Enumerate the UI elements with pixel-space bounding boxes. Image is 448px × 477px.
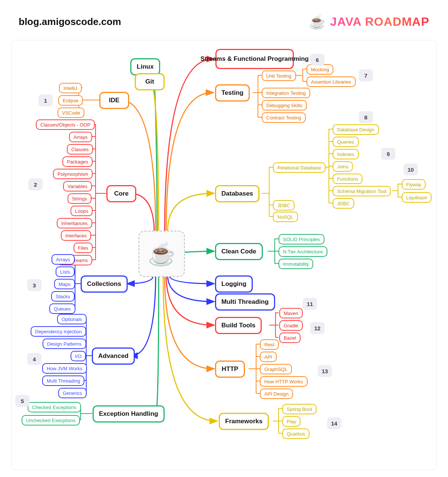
rel-opt-4: Functions [333,174,363,184]
core-opt-1: Arrays [69,132,92,142]
test-opt-0: Unit Testing [262,71,296,81]
test-opt-2: Debugging Skills [262,100,307,110]
core-opt-4: Polymorphism [53,169,93,179]
db-opt-1: JDBC [273,200,295,211]
core-opt-8: Inheritances [57,218,92,228]
header: blog.amigoscode.com ☕ JAVA ROADMAP [0,0,448,32]
adv-opt-4: How JVM Works [42,363,87,374]
db-opt-0: Relational Database [273,162,326,173]
rel-opt-0: Database Design [333,124,379,135]
coll-opt-0: Arrays [52,254,75,265]
node-fw: Frameworks [219,413,269,430]
node-logging: Logging [215,275,253,293]
badge-5: 5 [15,395,29,407]
node-clean: Clean Code [215,243,263,260]
center-java-icon: ☕ [139,231,185,277]
adv-opt-6: Generics [58,388,87,398]
coll-opt-4: Queues [49,303,75,314]
core-opt-6: Strings [68,193,91,204]
badge-8: 8 [359,111,373,123]
core-opt-10: Files [74,243,93,253]
badge-12: 12 [310,322,324,334]
node-testing: Testing [215,84,250,102]
coll-opt-1: Lists [56,266,75,277]
node-streams: Streams & Functional Programming [215,49,294,69]
badge-9: 9 [381,148,395,160]
fw-opt-0: Spring Boot [282,404,317,414]
node-http: HTTP [215,361,245,378]
unit-sub-0: Mocking [307,64,333,75]
node-advanced: Advanced [92,347,135,365]
db-opt-2: NoSQL [273,212,298,222]
coll-opt-2: Maps [54,279,75,289]
badge-7: 7 [359,69,373,81]
title-wrap: ☕ JAVA ROADMAP [309,15,429,29]
adv-opt-2: Design Patterns [43,339,86,349]
node-build: Build Tools [215,317,262,334]
ide-opt-2: VSCode [57,107,84,118]
blog-url: blog.amigoscode.com [19,16,121,28]
build-opt-0: Maven [279,308,303,318]
rel-opt-5: Schema Migration Tool [333,186,391,196]
http-opt-4: API Design [260,389,293,399]
ide-opt-1: Eclipse [58,95,83,106]
node-git: Git [135,73,165,90]
node-exh: Exception Handling [93,405,165,423]
badge-4: 4 [27,353,41,365]
rel-opt-3: Joins [333,161,353,172]
badge-11: 11 [303,298,317,310]
badge-2: 2 [28,178,43,190]
core-opt-5: Variables [63,181,92,191]
java-icon: ☕ [309,15,326,29]
page-title: JAVA ROADMAP [330,15,429,29]
fw-opt-1: Play [282,416,301,427]
coll-opt-3: Stacks [51,291,75,302]
test-opt-3: Contract Testing [262,112,306,123]
badge-6: 6 [310,54,324,66]
node-ide: IDE [99,92,129,109]
clean-opt-2: Immutability [279,259,313,269]
core-opt-3: Packages [62,156,93,167]
badge-10: 10 [404,163,418,175]
adv-opt-1: Dependency Injection [31,326,86,337]
core-opt-9: Interfaces [61,230,91,241]
ide-opt-0: IntelliJ [59,83,82,93]
mindmap-canvas: ☕ Linux Git IDE IntelliJ Eclipse VSCode … [15,44,433,466]
exh-opt-0: Checked Exceptions [28,402,81,412]
adv-opt-5: Multi Threading [42,375,84,386]
rel-opt-6: JDBC [333,198,354,209]
core-opt-7: Loops [71,206,93,216]
clean-opt-1: N Tier Architecture [279,246,327,257]
badge-1: 1 [38,94,53,106]
fw-opt-2: Quarkus [282,428,309,439]
http-opt-3: How HTTP Works [260,376,308,387]
http-opt-2: GraphSQL [260,364,292,374]
badge-3: 3 [27,279,41,291]
core-opt-0: Classes/Objects - OOP [36,119,95,130]
core-opt-2: Classes [67,144,93,155]
unit-sub-1: Assertion Libraries [307,77,356,87]
build-opt-1: Gradle [279,320,303,331]
clean-opt-0: SOLID Principles [279,234,324,244]
mig-opt-1: Liquibase [402,192,432,203]
badge-14: 14 [327,417,341,429]
node-multi: Multi Threading [215,293,275,311]
adv-opt-3: I/O [71,351,86,361]
footer: amigoscode.com [0,470,448,477]
test-opt-1: Integration Testing [262,88,310,98]
node-core: Core [106,185,136,202]
rel-opt-1: Queries [333,137,359,147]
mig-opt-0: Flyway [402,179,426,190]
adv-opt-0: Optionals [57,314,87,324]
rel-opt-2: Indexes [333,149,359,159]
exh-opt-1: Unchecked Execptions [22,415,80,425]
node-collections: Collections [81,275,128,293]
build-opt-2: Bazel [279,333,301,343]
http-opt-0: Rest [260,339,279,350]
node-db: Databases [215,185,259,202]
badge-13: 13 [318,365,332,377]
http-opt-1: API [260,352,277,362]
